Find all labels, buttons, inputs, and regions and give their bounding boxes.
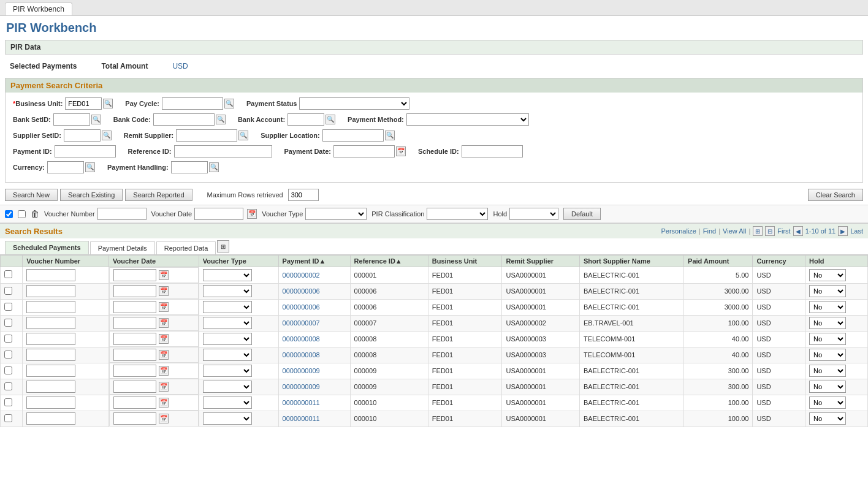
payment-id-link-5[interactable]: 0000000008 [283,351,320,359]
voucher-date-cell-5[interactable] [113,349,156,361]
bank-account-input[interactable] [287,113,324,126]
voucher-type-cell-7[interactable] [203,381,252,393]
payment-date-input[interactable] [333,145,395,157]
row-checkbox-7[interactable] [4,382,12,390]
next-page-icon[interactable]: ▶ [838,226,848,236]
hold-select-5[interactable]: No Yes [809,349,846,361]
remit-supplier-lookup-icon[interactable]: 🔍 [238,131,248,140]
view-all-link[interactable]: View All [723,227,746,235]
pay-cycle-lookup-icon[interactable]: 🔍 [224,99,234,108]
hold-select[interactable] [509,208,558,220]
voucher-date-cell-2[interactable] [113,301,156,313]
voucher-type-cell-0[interactable] [203,269,252,281]
voucher-number-cell-1[interactable] [26,285,75,297]
tab-scheduled-payments[interactable]: Scheduled Payments [5,241,89,254]
row-checkbox-9[interactable] [4,414,12,422]
clear-search-button[interactable]: Clear Search [808,189,863,201]
pay-cycle-input[interactable] [162,97,223,110]
voucher-number-cell-6[interactable] [26,365,75,377]
voucher-number-cell-3[interactable] [26,317,75,329]
voucher-type-select[interactable] [305,208,367,220]
voucher-type-cell-3[interactable] [203,317,252,329]
row-checkbox-6[interactable] [4,366,12,374]
voucher-date-cell-6[interactable] [113,365,156,377]
hold-select-6[interactable]: No Yes [809,365,846,377]
hold-select-4[interactable]: No Yes [809,333,846,345]
tab-payment-details[interactable]: Payment Details [90,241,155,254]
payment-id-link-2[interactable]: 0000000006 [283,303,320,311]
voucher-type-cell-9[interactable] [203,412,252,425]
payment-date-calendar-icon[interactable]: 📅 [396,146,406,156]
payment-id-link-3[interactable]: 0000000007 [283,319,320,327]
row-checkbox-1[interactable] [4,287,12,295]
select-all-checkbox[interactable] [5,210,13,218]
search-reported-button[interactable]: Search Reported [125,189,192,201]
voucher-date-cell-0[interactable] [113,269,156,281]
bank-setid-lookup-icon[interactable]: 🔍 [91,115,101,124]
voucher-date-cal-5[interactable]: 📅 [159,350,169,360]
voucher-date-cell-8[interactable] [113,396,156,409]
voucher-date-cal-2[interactable]: 📅 [159,302,169,312]
voucher-date-cell-4[interactable] [113,333,156,345]
voucher-type-cell-6[interactable] [203,365,252,377]
row-checkbox-5[interactable] [4,351,12,359]
voucher-date-cell-7[interactable] [113,381,156,393]
business-unit-lookup-icon[interactable]: 🔍 [103,99,113,108]
voucher-date-cal-7[interactable]: 📅 [159,382,169,392]
remit-supplier-input[interactable] [176,129,237,142]
voucher-date-cal-4[interactable]: 📅 [159,334,169,344]
voucher-date-cal-0[interactable]: 📅 [159,270,169,280]
default-button[interactable]: Default [563,208,601,220]
view-grid-icon[interactable]: ⊞ [753,226,763,236]
voucher-number-input[interactable] [97,208,147,220]
deselect-checkbox[interactable] [18,210,26,218]
payment-id-link-0[interactable]: 0000000002 [283,271,320,279]
voucher-date-cal-6[interactable]: 📅 [159,366,169,376]
voucher-type-cell-8[interactable] [203,396,252,409]
bank-code-input[interactable] [153,113,215,126]
voucher-type-cell-5[interactable] [203,349,252,361]
payment-status-select[interactable] [299,97,409,110]
voucher-number-cell-2[interactable] [26,301,75,313]
voucher-date-calendar-icon[interactable]: 📅 [247,209,257,219]
col-payment-id[interactable]: Payment ID▲ [278,256,350,267]
prev-page-icon[interactable]: ◀ [793,226,803,236]
supplier-location-input[interactable] [322,129,384,142]
bank-setid-input[interactable] [53,113,90,126]
voucher-date-cal-3[interactable]: 📅 [159,318,169,328]
first-link[interactable]: First [777,227,790,235]
hold-select-3[interactable]: No Yes [809,317,846,329]
hold-select-1[interactable]: No Yes [809,285,846,297]
search-existing-button[interactable]: Search Existing [60,189,123,201]
payment-id-link-7[interactable]: 0000000009 [283,383,320,390]
voucher-type-cell-1[interactable] [203,285,252,297]
row-checkbox-8[interactable] [4,398,12,406]
voucher-type-cell-2[interactable] [203,301,252,313]
hold-select-7[interactable]: No Yes [809,381,846,393]
voucher-number-cell-5[interactable] [26,349,75,361]
voucher-number-cell-0[interactable] [26,269,75,281]
hold-select-0[interactable]: No Yes [809,269,846,281]
row-checkbox-0[interactable] [4,270,12,278]
reference-id-input[interactable] [174,145,272,157]
last-link[interactable]: Last [850,227,863,235]
voucher-date-input[interactable] [194,208,243,220]
payment-id-link-8[interactable]: 0000000011 [283,399,320,406]
voucher-number-cell-7[interactable] [26,381,75,393]
voucher-number-cell-4[interactable] [26,333,75,345]
voucher-date-cell-1[interactable] [113,285,156,297]
pir-workbench-tab[interactable]: PIR Workbench [5,2,72,15]
payment-id-link-6[interactable]: 0000000009 [283,367,320,374]
row-checkbox-3[interactable] [4,319,12,327]
voucher-date-cell-9[interactable] [113,412,156,425]
bank-account-lookup-icon[interactable]: 🔍 [326,115,335,124]
payment-id-link-1[interactable]: 0000000006 [283,287,320,295]
hold-select-2[interactable]: No Yes [809,301,846,313]
payment-handling-lookup-icon[interactable]: 🔍 [209,162,219,172]
pir-classification-select[interactable] [427,208,488,220]
hold-select-9[interactable]: No Yes [809,412,846,425]
currency-lookup-icon[interactable]: 🔍 [85,162,95,172]
max-rows-input[interactable] [288,189,319,201]
supplier-setid-input[interactable] [64,129,101,142]
payment-id-link-9[interactable]: 0000000011 [283,415,320,422]
